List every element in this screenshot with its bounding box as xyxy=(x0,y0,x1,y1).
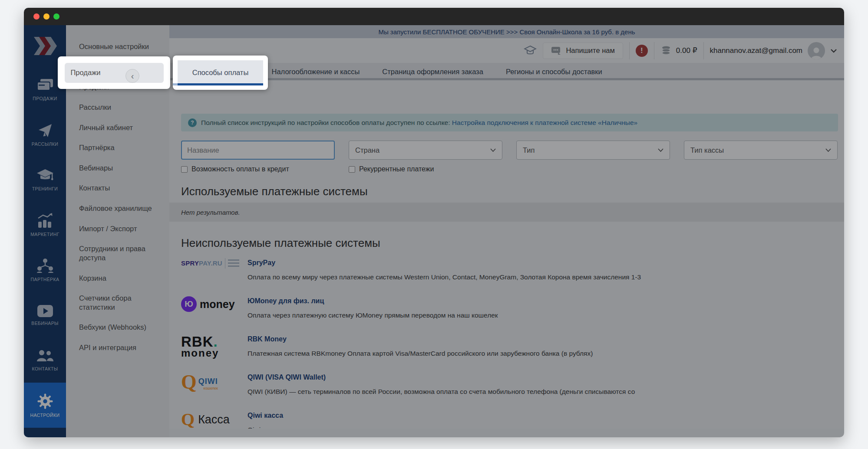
active-tab-underline xyxy=(178,83,263,85)
app-window: ПРОДАЖИ РАССЫЛКИ ТРЕНИНГИ xyxy=(24,8,844,437)
spotlight-sales-menu: Продажи xyxy=(58,56,170,89)
spotlight-payment-tab: Способы оплаты xyxy=(173,56,268,90)
collapse-chevron-icon: ‹ xyxy=(131,71,134,81)
minimize-window-button[interactable] xyxy=(43,13,50,20)
collapse-sidebar-button[interactable]: ‹ xyxy=(125,69,139,83)
close-window-button[interactable] xyxy=(33,13,40,20)
tab-payment-methods-highlighted[interactable]: Способы оплаты xyxy=(178,60,263,85)
tab-label: Способы оплаты xyxy=(192,69,249,77)
submenu-item-sales-highlighted[interactable]: Продажи xyxy=(65,63,164,83)
titlebar xyxy=(24,8,844,25)
zoom-window-button[interactable] xyxy=(53,13,59,20)
tab-underline-lead xyxy=(173,83,178,85)
